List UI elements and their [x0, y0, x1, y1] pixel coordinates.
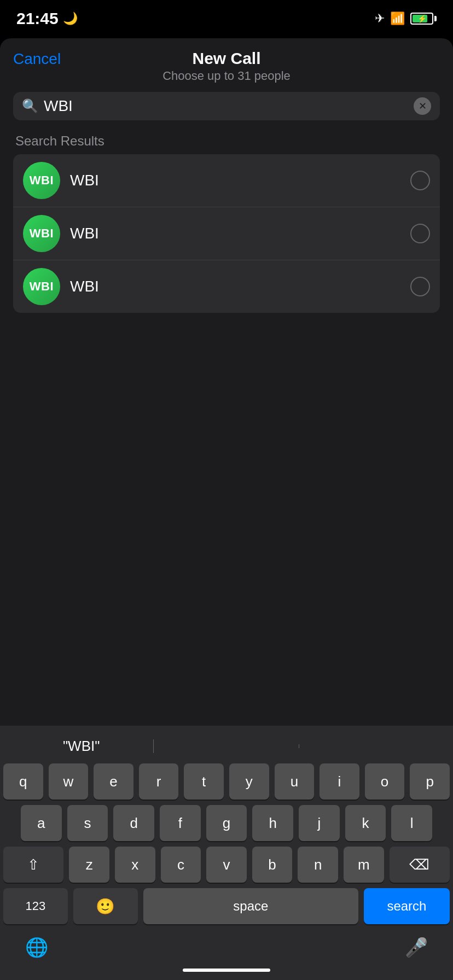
key-j[interactable]: j — [299, 805, 340, 841]
status-time: 21:45 — [16, 9, 59, 28]
key-z[interactable]: z — [69, 847, 109, 883]
mic-icon[interactable]: 🎤 — [405, 936, 428, 958]
keyboard-row-1: q w e r t y u i o p — [3, 763, 450, 800]
key-s[interactable]: s — [67, 805, 108, 841]
status-bar: 21:45 🌙 ✈ 📶 ⚡ — [0, 0, 453, 33]
space-key[interactable]: space — [143, 888, 358, 924]
airplane-icon: ✈ — [375, 11, 385, 26]
modal-subtitle: Choose up to 31 people — [162, 69, 291, 83]
key-h[interactable]: h — [252, 805, 293, 841]
home-indicator — [3, 964, 450, 980]
search-clear-button[interactable]: ✕ — [414, 97, 431, 115]
status-icons: ✈ 📶 ⚡ — [375, 11, 437, 26]
avatar: WBI — [23, 162, 60, 199]
table-row[interactable]: WBI WBI — [13, 154, 440, 207]
avatar: WBI — [23, 268, 60, 305]
key-m[interactable]: m — [344, 847, 384, 883]
search-input[interactable] — [44, 97, 408, 115]
wifi-icon: 📶 — [390, 11, 405, 26]
results-list: WBI WBI WBI WBI WBI WBI — [13, 154, 440, 313]
table-row[interactable]: WBI WBI — [13, 260, 440, 313]
autocomplete-row: "WBI" — [3, 731, 450, 763]
key-e[interactable]: e — [94, 763, 133, 800]
numbers-key[interactable]: 123 — [3, 888, 68, 924]
home-bar — [183, 969, 270, 972]
cancel-button[interactable]: Cancel — [13, 50, 61, 68]
key-i[interactable]: i — [320, 763, 359, 800]
battery-icon: ⚡ — [410, 13, 437, 25]
autocomplete-item-1[interactable]: "WBI" — [9, 734, 154, 758]
search-bar[interactable]: 🔍 ✕ — [13, 92, 440, 120]
avatar: WBI — [23, 215, 60, 252]
moon-icon: 🌙 — [63, 11, 78, 26]
select-circle[interactable] — [410, 277, 430, 296]
key-v[interactable]: v — [206, 847, 247, 883]
modal-header: Cancel New Call Choose up to 31 people — [13, 49, 440, 83]
keyboard-area: "WBI" q w e r t y u i o p a s d f g h j … — [0, 726, 453, 980]
contact-name: WBI — [70, 278, 400, 295]
key-k[interactable]: k — [345, 805, 386, 841]
keyboard-row-3: ⇧ z x c v b n m ⌫ — [3, 847, 450, 883]
key-r[interactable]: r — [139, 763, 179, 800]
key-p[interactable]: p — [410, 763, 450, 800]
key-d[interactable]: d — [113, 805, 154, 841]
avatar-text: WBI — [30, 173, 54, 188]
modal-sheet: Cancel New Call Choose up to 31 people 🔍… — [0, 38, 453, 980]
search-icon: 🔍 — [22, 98, 38, 114]
bottom-bar: 🌐 🎤 — [3, 930, 450, 964]
header-title-block: New Call Choose up to 31 people — [162, 49, 291, 83]
avatar-text: WBI — [30, 226, 54, 241]
key-g[interactable]: g — [206, 805, 247, 841]
search-key[interactable]: search — [364, 888, 450, 924]
keyboard-row-2: a s d f g h j k l — [3, 805, 450, 841]
shift-key[interactable]: ⇧ — [3, 847, 63, 883]
globe-icon[interactable]: 🌐 — [25, 936, 48, 958]
key-t[interactable]: t — [184, 763, 224, 800]
key-u[interactable]: u — [275, 763, 315, 800]
search-results-label: Search Results — [13, 133, 440, 149]
autocomplete-item-3 — [299, 743, 444, 750]
key-y[interactable]: y — [229, 763, 269, 800]
key-o[interactable]: o — [365, 763, 405, 800]
contact-name: WBI — [70, 225, 400, 242]
key-l[interactable]: l — [391, 805, 432, 841]
modal-title: New Call — [162, 49, 291, 68]
emoji-key[interactable]: 🙂 — [73, 888, 138, 924]
select-circle[interactable] — [410, 224, 430, 243]
table-row[interactable]: WBI WBI — [13, 207, 440, 260]
select-circle[interactable] — [410, 171, 430, 190]
autocomplete-item-2 — [154, 743, 299, 750]
key-n[interactable]: n — [298, 847, 338, 883]
key-b[interactable]: b — [252, 847, 293, 883]
key-x[interactable]: x — [115, 847, 155, 883]
key-a[interactable]: a — [21, 805, 62, 841]
keyboard-row-4: 123 🙂 space search — [3, 888, 450, 924]
key-w[interactable]: w — [49, 763, 89, 800]
key-q[interactable]: q — [3, 763, 43, 800]
avatar-text: WBI — [30, 279, 54, 294]
key-f[interactable]: f — [160, 805, 201, 841]
delete-key[interactable]: ⌫ — [390, 847, 450, 883]
contact-name: WBI — [70, 172, 400, 189]
key-c[interactable]: c — [161, 847, 201, 883]
